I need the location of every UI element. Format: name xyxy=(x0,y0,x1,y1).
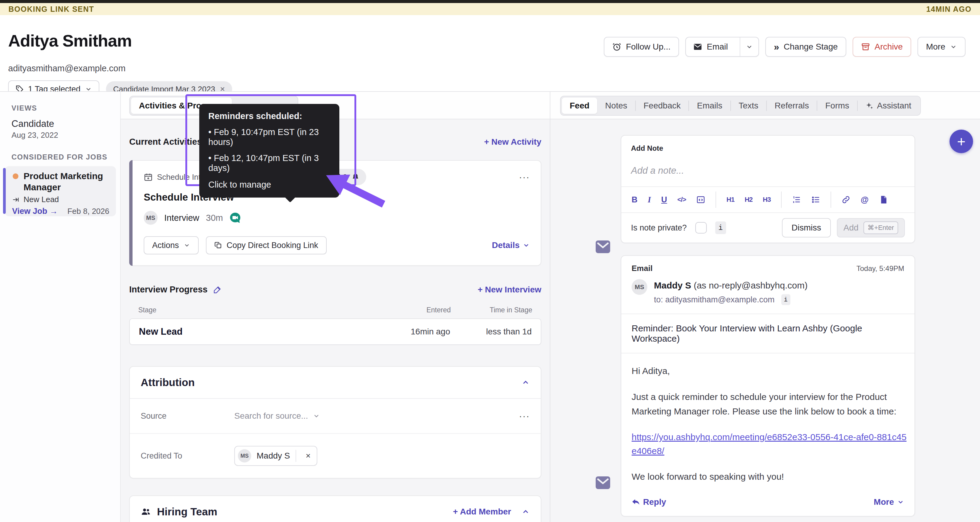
email-dropdown-toggle[interactable] xyxy=(740,37,759,56)
heading2-icon[interactable]: H2 xyxy=(745,196,752,204)
tab-referrals[interactable]: Referrals xyxy=(767,97,817,114)
hiring-team-header: Hiring Team + Add Member xyxy=(130,496,541,522)
table-row[interactable]: New Lead 16min ago less than 1d xyxy=(129,318,541,345)
tab-texts[interactable]: Texts xyxy=(731,97,766,114)
candidate-name: Aditya Smitham xyxy=(8,31,132,50)
booking-link[interactable]: https://you.ashbyhq.com/meeting/e6852e33… xyxy=(632,430,909,458)
tab-notes[interactable]: Notes xyxy=(597,97,635,114)
underline-icon[interactable]: U xyxy=(661,195,667,204)
stage-arrow-icon xyxy=(12,196,20,204)
view-job-link[interactable]: View Job → xyxy=(12,207,58,216)
feed-panel: Feed Notes Feedback Emails Texts Referra… xyxy=(550,92,980,522)
toolbar-divider xyxy=(781,192,782,208)
email-subject: Reminder: Book Your Interview with Learn… xyxy=(621,314,915,353)
note-input[interactable]: Add a note... xyxy=(631,165,905,176)
bullet-list-icon[interactable] xyxy=(811,195,820,204)
window-top-edge xyxy=(0,0,980,3)
code-block-icon[interactable] xyxy=(696,195,705,204)
heading3-icon[interactable]: H3 xyxy=(763,196,771,204)
banner-time: 14MIN AGO xyxy=(926,5,972,14)
email-button-main[interactable]: Email xyxy=(686,37,735,56)
tab-forms[interactable]: Forms xyxy=(817,97,857,114)
mention-icon[interactable]: @ xyxy=(861,195,869,204)
candidate-email: adityasmitham@example.com xyxy=(8,64,126,73)
link-icon[interactable] xyxy=(842,195,851,204)
add-note-button[interactable]: Add ⌘+Enter xyxy=(837,218,905,238)
reply-button[interactable]: Reply xyxy=(632,497,666,507)
bold-icon[interactable]: B xyxy=(632,195,638,204)
info-icon[interactable]: i xyxy=(715,222,726,234)
note-footer: Is note private? i Dismiss Add ⌘+Enter xyxy=(621,212,915,243)
job-card-accent xyxy=(3,168,6,214)
tab-assistant[interactable]: Assistant xyxy=(858,97,919,114)
job-card[interactable]: Product Marketing Manager New Lead View … xyxy=(5,166,116,216)
hiring-team-card: Hiring Team + Add Member Hiring Manager … xyxy=(129,495,541,522)
sidebar-item-candidate[interactable]: Candidate xyxy=(11,118,54,129)
new-activity-button[interactable]: + New Activity xyxy=(484,137,541,147)
sender-name: Maddy S xyxy=(654,280,691,290)
new-interview-button[interactable]: + New Interview xyxy=(477,285,541,295)
dismiss-button[interactable]: Dismiss xyxy=(782,218,831,238)
chevron-down-icon xyxy=(897,498,904,506)
tab-feed[interactable]: Feed xyxy=(562,97,597,114)
heading1-icon[interactable]: H1 xyxy=(726,196,734,204)
add-note-label: Add Note xyxy=(631,144,905,153)
stage-value: New Lead xyxy=(139,326,378,337)
chevron-up-icon[interactable] xyxy=(522,508,530,516)
envelope-icon xyxy=(693,42,702,51)
archive-button[interactable]: Archive xyxy=(853,37,911,57)
email-greeting: Hi Aditya, xyxy=(632,364,909,378)
source-select[interactable]: Search for source... xyxy=(234,411,320,421)
source-overflow-menu[interactable]: ··· xyxy=(519,411,530,421)
archive-box-icon xyxy=(861,42,870,51)
ordered-list-icon[interactable] xyxy=(792,195,801,204)
job-title: Product Marketing Manager xyxy=(24,170,111,193)
email-paragraph: Just a quick reminder to schedule your i… xyxy=(632,390,909,419)
tab-assistant-label: Assistant xyxy=(877,101,912,110)
banner-label: BOOKING LINK SENT xyxy=(8,5,94,14)
add-member-button[interactable]: + Add Member xyxy=(453,507,511,517)
remove-credited-user-icon[interactable]: × xyxy=(302,451,315,461)
more-button[interactable]: More xyxy=(918,37,966,57)
source-field-row: Source Search for source... ··· xyxy=(130,399,541,433)
copy-booking-link-button[interactable]: Copy Direct Booking Link xyxy=(206,236,327,254)
attribution-header: Attribution xyxy=(130,367,541,399)
edit-pencil-icon[interactable] xyxy=(213,286,221,294)
toolbar-divider xyxy=(830,192,831,208)
interview-progress-header: Interview Progress + New Interview xyxy=(129,284,541,295)
change-stage-button[interactable]: » Change Stage xyxy=(765,37,846,57)
tooltip-title: Reminders scheduled: xyxy=(208,111,330,121)
feed-item-type: Email xyxy=(632,264,652,273)
actions-label: Actions xyxy=(152,241,179,250)
tab-emails[interactable]: Emails xyxy=(689,97,730,114)
views-heading: VIEWS xyxy=(11,104,37,112)
people-icon xyxy=(141,507,151,517)
copy-booking-link-label: Copy Direct Booking Link xyxy=(227,241,318,250)
feed-scroll-area[interactable]: + Add Note Add a note... B I U </> H1 xyxy=(550,120,980,522)
private-note-label: Is note private? xyxy=(631,223,687,233)
credited-user-chip[interactable]: MS Maddy S × xyxy=(234,446,317,466)
add-feed-item-button[interactable]: + xyxy=(950,129,973,153)
attribution-title: Attribution xyxy=(141,377,195,388)
info-icon[interactable]: i xyxy=(781,294,791,305)
job-card-footer: View Job → Feb 8, 2026 xyxy=(12,207,109,216)
attach-file-icon[interactable] xyxy=(879,195,888,204)
double-chevron-icon: » xyxy=(774,42,779,53)
actions-button[interactable]: Actions xyxy=(144,236,199,254)
more-label: More xyxy=(926,42,945,52)
private-note-checkbox[interactable] xyxy=(695,222,707,233)
email-timeline-icon xyxy=(596,240,610,254)
activity-overflow-menu[interactable]: ··· xyxy=(519,172,530,182)
email-more-toggle[interactable]: More xyxy=(874,497,904,507)
italic-icon[interactable]: I xyxy=(648,195,651,204)
details-toggle[interactable]: Details xyxy=(492,241,530,250)
inline-code-icon[interactable]: </> xyxy=(678,196,686,204)
follow-up-button[interactable]: Follow Up... xyxy=(604,37,679,57)
sender-as: (as no-reply@ashbyhq.com) xyxy=(691,280,808,290)
avatar: MS xyxy=(632,279,647,295)
email-label: Email xyxy=(707,42,728,52)
interview-progress-columns: Stage Entered Time in Stage xyxy=(129,306,541,314)
calendar-icon xyxy=(144,172,153,182)
tab-feedback[interactable]: Feedback xyxy=(636,97,689,114)
chevron-up-icon[interactable] xyxy=(522,378,530,387)
